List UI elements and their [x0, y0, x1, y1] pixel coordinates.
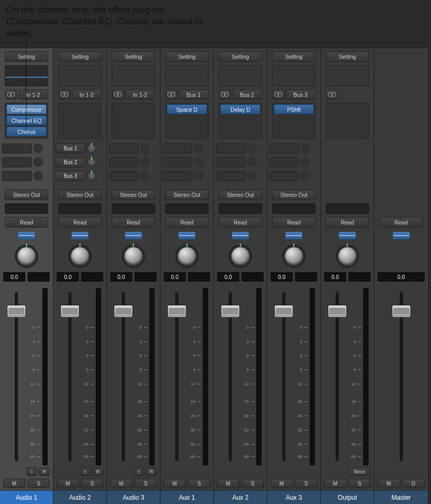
setting-button[interactable]: Setting — [219, 51, 262, 62]
bounce-button[interactable]: Bnce — [348, 467, 371, 476]
send-level-knob[interactable] — [87, 171, 96, 181]
send-level-knob[interactable] — [194, 143, 203, 153]
automation-mode-button[interactable]: Read — [58, 217, 102, 228]
stereo-mode-icon[interactable] — [219, 89, 231, 100]
automation-mode-button[interactable]: Read — [272, 217, 316, 228]
stereo-mode-icon[interactable] — [59, 89, 70, 100]
eq-thumbnail[interactable] — [112, 65, 155, 86]
pan-knob[interactable] — [68, 245, 92, 268]
automation-mode-button[interactable]: Read — [5, 217, 48, 228]
pan-knob[interactable] — [15, 245, 38, 268]
send-slot[interactable] — [2, 143, 32, 154]
peak-readout[interactable] — [348, 272, 371, 282]
setting-button[interactable]: Setting — [58, 51, 102, 62]
pan-knob[interactable] — [122, 245, 145, 268]
input-monitor-button[interactable]: I — [133, 467, 144, 476]
peak-readout[interactable] — [81, 272, 103, 282]
stereo-mode-icon[interactable] — [166, 89, 177, 100]
channel-name[interactable]: Master — [374, 490, 428, 504]
inserts-block[interactable] — [58, 103, 102, 139]
volume-fader[interactable] — [326, 288, 348, 465]
send-slot[interactable] — [270, 171, 299, 181]
volume-fader[interactable] — [273, 288, 295, 465]
channel-name[interactable]: Audio 2 — [53, 490, 106, 504]
send-level-knob[interactable] — [33, 171, 43, 181]
volume-readout[interactable]: 0.0 — [378, 272, 425, 282]
channel-name[interactable]: Output — [321, 490, 374, 504]
group-slot[interactable] — [58, 203, 102, 214]
output-selector[interactable]: Stereo Out — [5, 190, 48, 200]
dim-button[interactable]: D — [402, 479, 425, 488]
solo-button[interactable]: S — [241, 479, 264, 488]
volume-fader[interactable] — [112, 288, 134, 465]
pan-knob[interactable] — [336, 245, 359, 268]
volume-readout[interactable]: 0.0 — [3, 272, 25, 282]
solo-button[interactable]: S — [28, 479, 50, 488]
pan-knob[interactable] — [175, 245, 199, 268]
stereo-mode-icon[interactable] — [112, 89, 124, 100]
setting-button[interactable]: Setting — [5, 51, 48, 62]
group-slot[interactable] — [112, 203, 155, 214]
setting-button[interactable]: Setting — [326, 51, 369, 62]
group-slot[interactable] — [272, 203, 316, 214]
send-slot[interactable] — [216, 157, 246, 167]
insert-slot[interactable]: Chorus — [6, 127, 47, 137]
peak-readout[interactable] — [241, 272, 264, 282]
volume-fader[interactable] — [390, 288, 412, 465]
input-selector[interactable]: In 1-2 — [125, 89, 155, 100]
volume-readout[interactable]: 0.0 — [217, 272, 239, 282]
input-selector[interactable]: Bus 2 — [232, 89, 262, 100]
send-level-knob[interactable] — [301, 143, 310, 153]
inserts-block[interactable]: Delay D — [219, 103, 262, 139]
input-selector[interactable]: Bus 1 — [179, 89, 209, 100]
send-slot[interactable] — [2, 171, 32, 181]
send-level-knob[interactable] — [247, 171, 257, 181]
output-selector[interactable]: Stereo Out — [272, 190, 316, 200]
send-level-knob[interactable] — [301, 157, 310, 167]
mute-button[interactable]: M — [57, 479, 79, 488]
group-slot[interactable] — [165, 203, 209, 214]
eq-thumbnail[interactable] — [326, 65, 369, 86]
solo-button[interactable]: S — [134, 479, 157, 488]
eq-thumbnail[interactable] — [272, 65, 316, 86]
send-slot[interactable]: Bus 1 — [56, 143, 85, 154]
channel-name[interactable]: Aux 1 — [160, 490, 213, 504]
automation-mode-button[interactable]: Read — [219, 217, 262, 228]
inserts-block[interactable]: PShft — [272, 103, 316, 139]
output-selector[interactable]: Stereo Out — [219, 190, 262, 200]
volume-readout[interactable]: 0.0 — [57, 272, 79, 282]
mute-button[interactable]: M — [110, 479, 132, 488]
send-level-knob[interactable] — [87, 143, 96, 153]
send-slot[interactable] — [216, 143, 246, 154]
automation-mode-button[interactable]: Read — [112, 217, 155, 228]
insert-slot[interactable]: Compressor — [6, 104, 47, 114]
output-selector[interactable]: Stereo Out — [165, 190, 209, 200]
send-slot[interactable] — [2, 157, 32, 167]
channel-name[interactable]: Audio 1 — [0, 490, 53, 504]
send-slot[interactable] — [163, 171, 192, 181]
input-selector[interactable]: In 1-2 — [72, 89, 102, 100]
mute-button[interactable]: M — [271, 479, 293, 488]
send-slot[interactable] — [109, 143, 139, 154]
stereo-mode-icon[interactable] — [5, 89, 17, 100]
volume-readout[interactable]: 0.0 — [164, 272, 186, 282]
mute-button[interactable]: M — [324, 479, 346, 488]
solo-button[interactable]: S — [188, 479, 210, 488]
send-level-knob[interactable] — [247, 157, 257, 167]
solo-button[interactable]: S — [295, 479, 317, 488]
group-slot[interactable] — [326, 203, 369, 214]
send-slot[interactable] — [216, 171, 246, 181]
channel-name[interactable]: Aux 2 — [214, 490, 267, 504]
output-selector[interactable]: Stereo Out — [112, 190, 155, 200]
send-slot[interactable] — [163, 143, 192, 154]
input-monitor-button[interactable]: I — [26, 467, 37, 476]
mute-button[interactable]: M — [217, 479, 239, 488]
output-selector[interactable]: Stereo Out — [58, 190, 102, 200]
eq-thumbnail[interactable] — [5, 65, 48, 86]
volume-fader[interactable] — [166, 288, 188, 465]
automation-mode-button[interactable]: Read — [165, 217, 209, 228]
send-level-knob[interactable] — [33, 143, 43, 153]
send-level-knob[interactable] — [194, 157, 203, 167]
eq-thumbnail[interactable] — [165, 65, 209, 86]
inserts-block[interactable] — [326, 103, 369, 139]
